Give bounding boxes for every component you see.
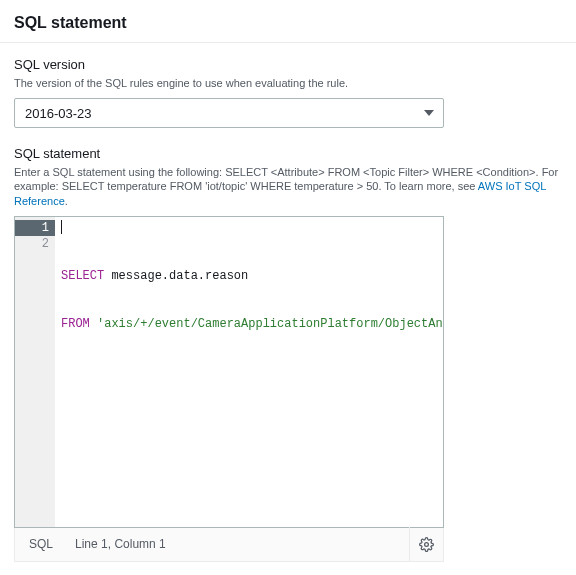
editor-code-area[interactable]: SELECT message.data.reason FROM 'axis/+/… <box>55 217 443 527</box>
sql-statement-label: SQL statement <box>14 146 562 163</box>
sql-statement-desc-text: Enter a SQL statement using the followin… <box>14 166 558 192</box>
statusbar-language: SQL <box>15 537 67 551</box>
code-text <box>90 317 97 331</box>
sql-version-value: 2016-03-23 <box>25 106 92 121</box>
code-keyword: FROM <box>61 317 90 331</box>
svg-point-2 <box>425 543 429 547</box>
editor-gutter: 1 2 <box>15 217 55 527</box>
line-number: 2 <box>15 236 49 252</box>
resize-handle-icon[interactable] <box>429 513 439 523</box>
statusbar-cursor-position: Line 1, Column 1 <box>67 537 409 551</box>
sql-version-field: SQL version The version of the SQL rules… <box>14 57 562 128</box>
editor-statusbar: SQL Line 1, Column 1 <box>14 528 444 562</box>
editor-settings-button[interactable] <box>409 527 443 561</box>
sql-statement-description: Enter a SQL statement using the followin… <box>14 165 562 208</box>
gear-icon <box>419 537 434 552</box>
sql-statement-desc-suffix: . <box>65 195 68 207</box>
code-string: 'axis/+/event/CameraApplicationPlatform/… <box>97 317 443 331</box>
code-text: message.data.reason <box>104 269 248 283</box>
code-keyword: SELECT <box>61 269 104 283</box>
sql-version-description: The version of the SQL rules engine to u… <box>14 76 562 90</box>
text-cursor <box>61 220 62 234</box>
sql-editor[interactable]: 1 2 SELECT message.data.reason FROM 'axi… <box>14 216 444 528</box>
line-number: 1 <box>15 220 55 236</box>
sql-version-select[interactable]: 2016-03-23 <box>14 98 444 128</box>
page-title: SQL statement <box>14 14 562 32</box>
sql-version-label: SQL version <box>14 57 562 74</box>
sql-statement-field: SQL statement Enter a SQL statement usin… <box>14 146 562 562</box>
section-header: SQL statement <box>0 0 576 43</box>
